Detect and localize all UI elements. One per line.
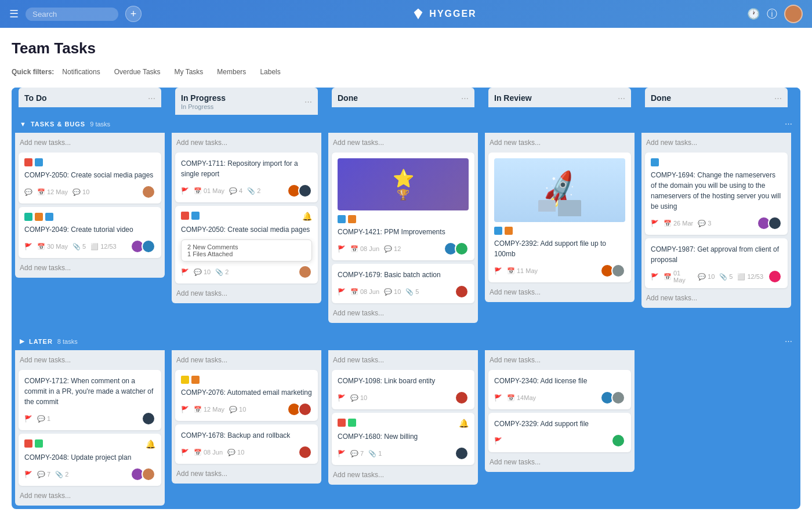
add-task-done2-bottom[interactable]: Add new tasks... <box>645 292 788 304</box>
add-task-todo-top[interactable]: Add new tasks... <box>19 136 161 149</box>
column-later-todo: Add new tasks... COMPY-1712: When commen… <box>12 350 168 509</box>
card-compy-2076[interactable]: COMPY-2076: Automated email marketing 🚩 … <box>175 370 318 421</box>
add-task-later-inreview-top[interactable]: Add new tasks... <box>488 354 631 366</box>
card-avatars <box>298 265 312 279</box>
col-inner-done: Add new tasks... ⭐ 🏆 <box>328 133 478 323</box>
col-more-inreview[interactable]: ⋯ <box>618 94 625 103</box>
card-title: COMPY-1987: Get approval from client of … <box>651 244 782 265</box>
add-task-done2-top[interactable]: Add new tasks... <box>645 136 788 149</box>
card-compy-2392[interactable]: 🚀 COMPY-2392: Add support file up to 100… <box>488 152 631 282</box>
col-more-inprogress[interactable]: ⋯ <box>304 97 312 106</box>
card-compy-2049[interactable]: COMPY-2049: Create tutorial video 🚩 📅30 … <box>19 207 161 258</box>
add-task-later-todo-top[interactable]: Add new tasks... <box>19 354 161 366</box>
add-task-inprogress-bottom[interactable]: Add new tasks... <box>175 287 318 300</box>
meta-attach: 📎2 <box>55 471 68 478</box>
add-task-later-todo-bottom[interactable]: Add new tasks... <box>19 489 161 502</box>
col-header-done: Done ⋯ <box>325 88 481 115</box>
meta-flag: 🚩 <box>494 437 502 445</box>
avatar-1 <box>142 185 155 199</box>
col-more-done[interactable]: ⋯ <box>461 94 469 103</box>
tag-green <box>348 419 356 427</box>
add-task-later-done-bottom[interactable]: Add new tasks... <box>332 468 474 481</box>
add-task-inreview-bottom[interactable]: Add new tasks... <box>488 286 631 299</box>
add-task-todo-bottom[interactable]: Add new tasks... <box>19 261 161 274</box>
card-compy-2048[interactable]: 🔔 COMPY-2048: Update project plan 🚩 💬7 📎… <box>19 434 161 486</box>
card-footer: 🚩 📅26 Mar 💬3 <box>651 216 782 230</box>
avatar-2 <box>455 242 469 256</box>
card-footer: 🚩 📅08 Jun 💬12 <box>338 242 469 256</box>
card-meta: 🚩 💬1 <box>24 415 137 423</box>
card-footer: 🚩 💬7 📎1 <box>338 446 469 460</box>
meta-flag: 🚩 <box>338 245 346 253</box>
card-compy-1679[interactable]: COMPY-1679: Basic batch action 🚩 📅08 Jun… <box>332 264 474 303</box>
add-task-inreview-top[interactable]: Add new tasks... <box>488 136 631 149</box>
col-more-done2[interactable]: ⋯ <box>774 94 782 103</box>
col-header-inprogress: In Progress In Progress ⋯ <box>168 88 325 115</box>
qf-notifications[interactable]: Notifications <box>56 66 106 78</box>
meta-attach: 📎2 <box>247 187 260 195</box>
search-input[interactable] <box>26 8 118 21</box>
section-more-tasks[interactable]: ⋯ <box>785 119 792 128</box>
card-title: COMPY-2076: Automated email marketing <box>181 387 312 398</box>
avatar-2 <box>611 391 625 405</box>
column-done: Add new tasks... ⭐ 🏆 <box>325 133 481 326</box>
card-compy-1098[interactable]: COMPY-1098: Link board entity 🚩 💬10 <box>332 370 474 409</box>
add-task-inprogress-top[interactable]: Add new tasks... <box>175 136 318 149</box>
add-task-done-bottom[interactable]: Add new tasks... <box>332 307 474 319</box>
section-more-later[interactable]: ⋯ <box>785 337 792 346</box>
avatar-2 <box>142 239 155 253</box>
qf-overdue[interactable]: Overdue Tasks <box>108 66 166 78</box>
menu-icon[interactable]: ☰ <box>9 8 19 20</box>
card-compy-1421[interactable]: ⭐ 🏆 COMPY-1421: PPM Improvements 🚩 <box>332 152 474 260</box>
col-header-done2: Done ⋯ <box>638 88 795 115</box>
card-compy-2329[interactable]: COMPY-2329: Add support file 🚩 <box>488 413 631 452</box>
mountain-2 <box>558 200 581 216</box>
card-meta: 🚩 📅12 May 💬10 <box>181 406 282 413</box>
col-title-todo: To Do <box>24 93 47 103</box>
qf-my-tasks[interactable]: My Tasks <box>169 66 209 78</box>
meta-date: 📅08 Jun <box>350 288 379 296</box>
add-task-later-inreview-bottom[interactable]: Add new tasks... <box>488 456 631 468</box>
card-compy-1680[interactable]: 🔔 COMPY-1680: New billing 🚩 💬7 📎1 <box>332 413 474 465</box>
avatar-1 <box>298 445 312 459</box>
card-compy-1987[interactable]: COMPY-1987: Get approval from client of … <box>645 238 788 288</box>
card-avatars <box>130 239 155 253</box>
history-icon[interactable]: 🕐 <box>747 8 760 20</box>
add-task-done-top[interactable]: Add new tasks... <box>332 136 474 149</box>
card-footer: 🚩 📅14May <box>494 391 625 405</box>
tasks-bugs-row: Add new tasks... COMPY-2050: Create soci… <box>12 133 800 326</box>
section-toggle-tasks[interactable]: ▼ <box>20 121 26 128</box>
card-compy-1694[interactable]: COMPY-1694: Change the nameservers of th… <box>645 152 788 235</box>
card-footer: 🚩 📅01 May 💬10 📎5 ⬜12/53 <box>651 270 782 284</box>
card-avatars <box>455 446 469 460</box>
section-toggle-later[interactable]: ▶ <box>20 337 24 345</box>
user-avatar[interactable] <box>784 5 803 23</box>
card-compy-2050[interactable]: COMPY-2050: Create social media pages 💬 … <box>19 152 161 204</box>
info-icon[interactable]: ⓘ <box>767 7 777 21</box>
qf-labels[interactable]: Labels <box>254 66 286 78</box>
card-compy-1678[interactable]: COMPY-1678: Backup and rollback 🚩 📅08 Ju… <box>175 424 318 464</box>
section-count-later: 8 tasks <box>57 338 78 345</box>
qf-members[interactable]: Members <box>211 66 252 78</box>
column-todo: Add new tasks... COMPY-2050: Create soci… <box>12 133 168 326</box>
card-avatars <box>455 391 469 405</box>
meta-flag: 🚩 <box>651 273 659 281</box>
add-task-later-inprogress-bottom[interactable]: Add new tasks... <box>175 467 318 480</box>
card-compy-2050b[interactable]: 🔔 COMPY-2050: Create social media pages … <box>175 206 318 284</box>
avatar-1 <box>768 270 782 284</box>
card-compy-1711[interactable]: COMPY-1711: Repository import for a sing… <box>175 152 318 202</box>
col-more-todo[interactable]: ⋯ <box>148 94 155 103</box>
card-compy-2340[interactable]: COMPY-2340: Add license file 🚩 📅14May <box>488 370 631 409</box>
meta-date: 📅12 May <box>194 406 224 413</box>
card-title: COMPY-2340: Add license file <box>494 376 625 386</box>
card-compy-1712[interactable]: COMPY-1712: When comment on a commit in … <box>19 370 161 430</box>
add-task-later-inprogress-top[interactable]: Add new tasks... <box>175 354 318 366</box>
meta-comments: 💬10 <box>72 188 89 196</box>
card-image-star: ⭐ 🏆 <box>338 158 469 210</box>
card-tags <box>24 213 155 221</box>
add-task-later-done-top[interactable]: Add new tasks... <box>332 354 474 366</box>
meta-date: 📅01 May <box>664 270 693 284</box>
add-button[interactable]: + <box>125 6 142 22</box>
card-meta: 🚩 💬10 <box>338 394 450 402</box>
meta-attach: 📎1 <box>368 450 382 457</box>
